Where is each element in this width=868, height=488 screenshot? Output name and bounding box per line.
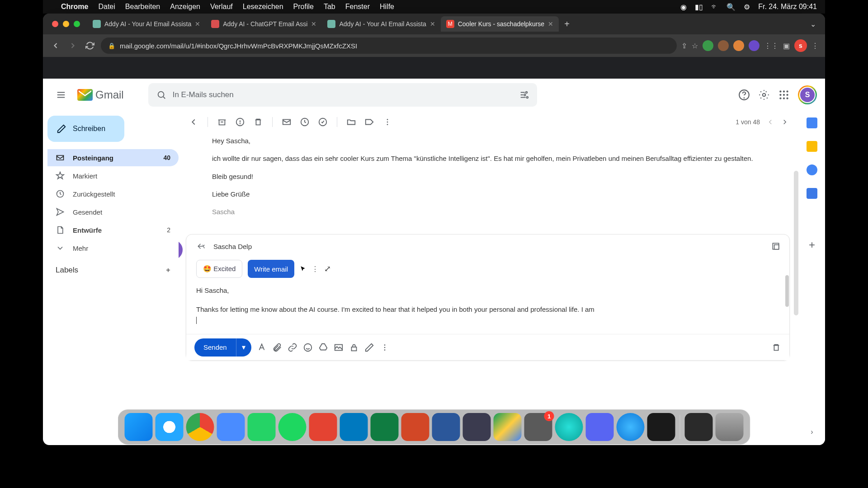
drive-icon[interactable] xyxy=(318,343,328,352)
more-menu-icon[interactable] xyxy=(382,117,392,127)
write-email-button[interactable]: Write email xyxy=(248,260,294,278)
dock-safari[interactable] xyxy=(156,413,184,441)
tab-overflow-button[interactable]: ⌄ xyxy=(806,20,821,28)
nav-reload-button[interactable] xyxy=(84,39,96,52)
browser-tab[interactable]: Addy AI - Your AI Email Assista ✕ xyxy=(322,16,440,32)
mark-unread-icon[interactable] xyxy=(282,117,292,127)
account-avatar[interactable]: S xyxy=(798,85,817,104)
extension-icon[interactable] xyxy=(718,40,729,51)
apps-grid-icon[interactable] xyxy=(778,89,790,101)
battery-icon[interactable]: ▮▯ xyxy=(695,3,703,11)
dock-word[interactable] xyxy=(432,413,460,441)
clock[interactable]: Fr. 24. März 09:41 xyxy=(758,3,817,11)
menu-hilfe[interactable]: Hilfe xyxy=(380,3,394,11)
move-to-icon[interactable] xyxy=(346,117,356,127)
compose-more-icon[interactable] xyxy=(380,343,390,352)
dock-app-grid[interactable] xyxy=(685,413,713,441)
gmail-logo[interactable]: Gmail xyxy=(77,89,124,101)
dock-zoom[interactable] xyxy=(217,413,245,441)
dock-spotify[interactable] xyxy=(278,413,307,441)
extensions-menu-icon[interactable]: ⋮⋮ xyxy=(764,42,778,50)
share-icon[interactable]: ⇪ xyxy=(681,42,687,50)
sidebar-item-snoozed[interactable]: Zurückgestellt xyxy=(47,185,179,202)
extension-icon[interactable] xyxy=(733,40,744,51)
dock-app[interactable] xyxy=(555,413,583,441)
sidebar-item-sent[interactable]: Gesendet xyxy=(47,203,179,221)
menu-lesezeichen[interactable]: Lesezeichen xyxy=(243,3,283,11)
tab-close-icon[interactable]: ✕ xyxy=(311,20,316,28)
settings-icon[interactable] xyxy=(758,89,770,101)
app-name[interactable]: Chrome xyxy=(61,3,88,11)
dock-powerpoint[interactable] xyxy=(401,413,429,441)
new-tab-button[interactable]: + xyxy=(559,19,575,29)
menu-fenster[interactable]: Fenster xyxy=(345,3,370,11)
dock-drive[interactable] xyxy=(494,413,522,441)
expand-arrow-icon[interactable]: ⤢ xyxy=(324,264,331,274)
extension-icon[interactable] xyxy=(703,40,713,51)
dock-discord[interactable] xyxy=(586,413,614,441)
dock-settings[interactable]: 1 xyxy=(524,413,552,441)
back-icon[interactable] xyxy=(189,117,198,127)
search-input[interactable]: In E-Mails suchen xyxy=(148,83,537,107)
addy-menu-icon[interactable]: ⋮ xyxy=(311,265,319,273)
signature-icon[interactable] xyxy=(364,343,374,352)
menu-verlauf[interactable]: Verlauf xyxy=(210,3,233,11)
browser-tab[interactable]: Addy AI - ChatGPT Email Assi ✕ xyxy=(206,16,322,32)
spotlight-icon[interactable]: 🔍 xyxy=(726,3,736,11)
reply-type-icon[interactable] xyxy=(195,242,207,250)
browser-menu-icon[interactable]: ⋮ xyxy=(811,42,819,50)
compose-button[interactable]: Schreiben xyxy=(47,116,124,142)
dock-chrome[interactable] xyxy=(186,413,214,441)
emoji-icon[interactable] xyxy=(303,343,313,352)
image-icon[interactable] xyxy=(334,343,344,352)
dock-whatsapp[interactable] xyxy=(248,413,276,441)
sidebar-item-drafts[interactable]: Entwürfe 2 xyxy=(47,221,179,239)
dock-trello[interactable] xyxy=(340,413,368,441)
window-close-button[interactable] xyxy=(52,21,58,27)
help-icon[interactable] xyxy=(738,89,750,101)
popout-icon[interactable] xyxy=(771,242,780,251)
menu-profile[interactable]: Profile xyxy=(293,3,314,11)
tasks-panel-icon[interactable] xyxy=(807,164,817,175)
browser-profile-avatar[interactable]: s xyxy=(794,39,807,52)
menu-tab[interactable]: Tab xyxy=(324,3,335,11)
add-panel-button[interactable]: + xyxy=(809,239,815,251)
format-icon[interactable] xyxy=(257,343,267,352)
attach-icon[interactable] xyxy=(272,343,282,352)
control-center-icon[interactable]: ⚙︎ xyxy=(744,3,750,11)
reply-scrollbar[interactable] xyxy=(785,275,789,307)
menu-datei[interactable]: Datei xyxy=(98,3,115,11)
link-icon[interactable] xyxy=(288,343,297,352)
menu-bearbeiten[interactable]: Bearbeiten xyxy=(125,3,160,11)
snooze-icon[interactable] xyxy=(300,117,310,127)
dock-todoist[interactable] xyxy=(309,413,337,441)
keep-panel-icon[interactable] xyxy=(807,141,817,152)
dock-trash[interactable] xyxy=(716,413,744,441)
discard-button[interactable] xyxy=(771,343,781,352)
spam-icon[interactable] xyxy=(235,117,245,127)
browser-tab-active[interactable]: M Cooler Kurs - saschadelpkurse ✕ xyxy=(441,16,559,32)
sidebar-item-inbox[interactable]: Posteingang 40 xyxy=(47,149,179,166)
sidebar-item-starred[interactable]: Markiert xyxy=(47,167,179,184)
tab-close-icon[interactable]: ✕ xyxy=(195,20,200,28)
add-label-button[interactable]: + xyxy=(166,266,170,275)
contacts-panel-icon[interactable] xyxy=(807,188,817,199)
send-button[interactable]: Senden xyxy=(194,338,236,357)
sidepanel-icon[interactable]: ▣ xyxy=(783,42,790,50)
add-task-icon[interactable] xyxy=(318,117,328,127)
screenrec-icon[interactable]: ◉ xyxy=(680,3,687,11)
extension-icon[interactable] xyxy=(749,40,760,51)
window-zoom-button[interactable] xyxy=(74,21,80,27)
dock-quicktime[interactable] xyxy=(617,413,645,441)
tone-chip[interactable]: 🤩 Excited xyxy=(196,260,242,278)
dock-finder[interactable] xyxy=(125,413,153,441)
dock-voice[interactable] xyxy=(647,413,675,441)
pager-prev-icon[interactable] xyxy=(766,118,774,126)
tab-close-icon[interactable]: ✕ xyxy=(430,20,435,28)
delete-icon[interactable] xyxy=(253,117,263,127)
sidebar-item-more[interactable]: Mehr xyxy=(47,239,179,257)
send-options-button[interactable]: ▾ xyxy=(236,338,251,357)
calendar-panel-icon[interactable] xyxy=(807,117,817,128)
pager-next-icon[interactable] xyxy=(781,118,789,126)
archive-icon[interactable] xyxy=(217,117,227,127)
